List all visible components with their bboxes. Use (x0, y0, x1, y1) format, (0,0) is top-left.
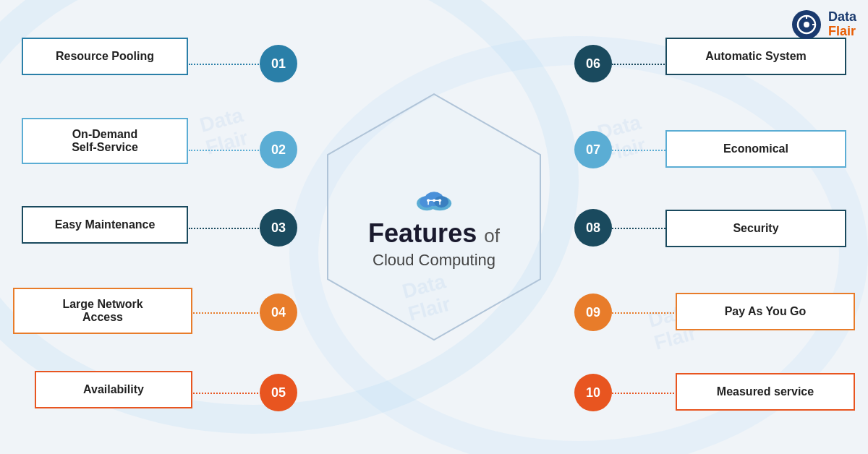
feature-label-10: Measured service (717, 385, 814, 398)
svg-point-9 (434, 196, 448, 207)
main-title: Features of (368, 219, 500, 248)
connector-02 (189, 150, 261, 151)
feature-box-07: Economical (665, 130, 846, 168)
brand-name: Data Flair (828, 10, 856, 39)
svg-point-14 (438, 199, 441, 202)
num-circle-02: 02 (260, 131, 297, 168)
connector-08 (612, 228, 665, 229)
feature-box-10: Measured service (676, 373, 855, 411)
feature-label-08: Security (733, 222, 778, 235)
cloud-subtitle: Cloud Computing (368, 251, 500, 270)
feature-box-09: Pay As You Go (676, 293, 855, 330)
svg-point-1 (804, 22, 809, 27)
brand-logo-area: Data Flair (791, 9, 856, 40)
feature-box-05: Availability (35, 371, 192, 408)
num-circle-05: 05 (260, 374, 297, 411)
cloud-icon (368, 184, 500, 215)
feature-label-04: Large NetworkAccess (62, 298, 142, 324)
feature-box-08: Security (665, 210, 846, 247)
num-circle-08: 08 (574, 209, 612, 247)
num-circle-03: 03 (260, 209, 297, 247)
feature-label-09: Pay As You Go (725, 305, 807, 318)
feature-box-04: Large NetworkAccess (13, 288, 192, 334)
feature-label-06: Automatic System (705, 50, 807, 63)
connector-01 (189, 64, 261, 65)
svg-point-8 (420, 196, 434, 207)
connector-07 (612, 150, 665, 151)
feature-label-03: Easy Maintenance (55, 218, 156, 231)
feature-box-01: Resource Pooling (22, 38, 188, 75)
num-circle-06: 06 (574, 45, 612, 82)
num-circle-09: 09 (574, 294, 612, 331)
num-circle-10: 10 (574, 374, 612, 411)
feature-label-05: Availability (83, 383, 144, 396)
connector-10 (612, 393, 674, 394)
num-circle-07: 07 (574, 131, 612, 168)
connector-05 (193, 393, 261, 394)
feature-label-01: Resource Pooling (56, 50, 154, 63)
feature-box-06: Automatic System (665, 38, 846, 75)
feature-label-07: Economical (723, 142, 788, 155)
connector-09 (612, 312, 674, 314)
feature-label-02: On-DemandSelf-Service (72, 128, 138, 154)
feature-box-02: On-DemandSelf-Service (22, 118, 188, 164)
connector-04 (193, 312, 261, 314)
num-circle-01: 01 (260, 45, 297, 82)
center-content: Features of Cloud Computing (368, 184, 500, 270)
svg-point-15 (433, 199, 435, 202)
connector-03 (189, 228, 261, 229)
num-circle-04: 04 (260, 294, 297, 331)
svg-point-13 (427, 199, 430, 202)
feature-box-03: Easy Maintenance (22, 206, 188, 244)
